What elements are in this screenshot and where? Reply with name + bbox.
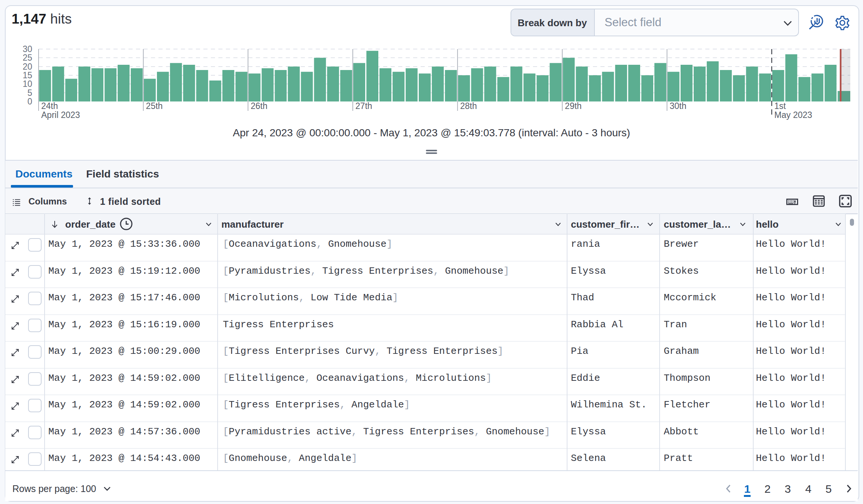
svg-text:25: 25 <box>22 53 32 63</box>
svg-text:24th: 24th <box>41 101 58 111</box>
svg-text:May 2023: May 2023 <box>774 110 812 120</box>
svg-text:1st: 1st <box>774 101 786 111</box>
svg-text:0: 0 <box>27 97 32 106</box>
svg-text:29th: 29th <box>565 101 582 111</box>
svg-text:5: 5 <box>27 88 32 98</box>
svg-text:30: 30 <box>22 44 32 54</box>
svg-text:26th: 26th <box>251 101 267 111</box>
svg-text:27th: 27th <box>355 101 372 111</box>
svg-text:10: 10 <box>22 79 32 89</box>
svg-text:April 2023: April 2023 <box>41 110 80 120</box>
svg-text:15: 15 <box>22 70 32 80</box>
svg-text:30th: 30th <box>670 101 687 111</box>
svg-text:28th: 28th <box>460 101 477 111</box>
svg-text:20: 20 <box>22 62 32 72</box>
svg-text:25th: 25th <box>146 101 163 111</box>
